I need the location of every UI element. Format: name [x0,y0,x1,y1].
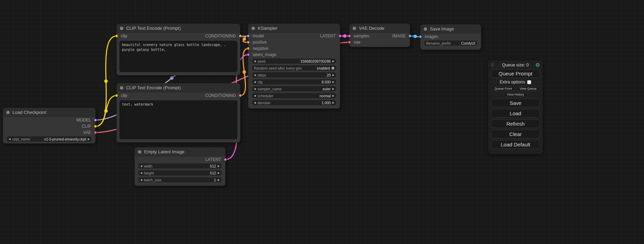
random-seed-toggle-widget[interactable]: Random seed after every gen enabled [252,65,336,71]
clip-input-dot[interactable] [115,94,118,97]
collapse-dot-icon[interactable] [252,27,255,30]
height-widget[interactable]: ◀ height 512 ▶ [138,170,222,175]
drag-handle-icon[interactable]: ⠿ [491,63,494,67]
model-input-dot[interactable] [247,35,250,38]
latent-image-input-dot[interactable] [247,53,250,56]
conditioning-output-dot[interactable] [239,94,242,97]
batch-size-widget[interactable]: ◀ batch_size 1 ▶ [138,177,222,182]
conditioning-output-dot[interactable] [239,35,242,38]
queue-front-button[interactable]: Queue Front [491,86,515,91]
node-title: CLIP Text Encode (Prompt) [126,85,181,90]
images-input-dot[interactable] [419,35,422,38]
denoise-widget[interactable]: ◀ denoise 1.000 ▶ [252,100,336,105]
next-arrow-icon[interactable]: ▶ [88,138,90,140]
next-arrow-icon[interactable]: ▶ [333,94,334,97]
model-output-dot[interactable] [94,119,97,122]
link-midpoint-dot[interactable] [242,37,246,41]
prev-arrow-icon[interactable]: ◀ [254,94,256,97]
widget-name: sampler_name [257,87,281,91]
collapse-dot-icon[interactable] [120,86,123,90]
node-title-bar[interactable]: Save Image [421,25,481,34]
next-arrow-icon[interactable]: ▶ [333,74,334,76]
link-midpoint-dot[interactable] [170,76,174,80]
filename-prefix-widget[interactable]: filename_prefix ComfyUI [424,40,477,46]
width-widget[interactable]: ◀ width 512 ▶ [138,163,222,169]
save-button[interactable]: Save [491,99,540,107]
prev-arrow-icon[interactable]: ◀ [254,101,256,104]
node-graph-canvas[interactable]: Load Checkpoint MODEL CLIP VAE ◀ ckpt_na… [0,0,644,244]
clear-button[interactable]: Clear [491,130,540,138]
node-empty-latent-image[interactable]: Empty Latent Image LATENT ◀ width 512 ▶ … [134,147,226,186]
link-midpoint-dot[interactable] [343,34,346,38]
load-button[interactable]: Load [491,109,540,118]
widget-value: 1.000 [321,101,330,105]
extra-options-checkbox[interactable] [527,80,531,84]
node-title-bar[interactable]: Empty Latent Image [135,147,225,156]
node-load-checkpoint[interactable]: Load Checkpoint MODEL CLIP VAE ◀ ckpt_na… [3,108,96,144]
refresh-button[interactable]: Refresh [491,119,540,128]
scheduler-widget[interactable]: ◀ scheduler normal ▶ [252,93,336,98]
prev-arrow-icon[interactable]: ◀ [9,138,10,140]
next-arrow-icon[interactable]: ▶ [333,60,334,62]
latent-output-dot[interactable] [224,158,227,161]
prev-arrow-icon[interactable]: ◀ [254,81,256,83]
collapse-dot-icon[interactable] [353,27,356,30]
clip-input-dot[interactable] [115,35,118,38]
node-ksampler[interactable]: KSampler model LATENT positive negative … [248,24,340,109]
node-title-bar[interactable]: CLIP Text Encode (Prompt) [117,83,240,92]
menu-header: ⠿ Queue size: 0 ⚙ [491,62,540,67]
node-clip-text-encode-negative[interactable]: CLIP Text Encode (Prompt) clip CONDITION… [116,83,240,143]
prev-arrow-icon[interactable]: ◀ [140,179,142,181]
negative-prompt-textarea[interactable]: text, watermark [120,100,237,139]
queue-prompt-button[interactable]: Queue Prompt [491,69,540,78]
vae-input-dot[interactable] [348,41,351,44]
link-midpoint-dot[interactable] [104,80,108,83]
steps-widget[interactable]: ◀ steps 20 ▶ [252,72,336,78]
collapse-dot-icon[interactable] [120,27,123,30]
vae-output-dot[interactable] [94,131,97,134]
image-output-dot[interactable] [408,35,412,38]
node-title-bar[interactable]: CLIP Text Encode (Prompt) [117,24,240,33]
node-title: VAE Decode [359,26,384,31]
prev-arrow-icon[interactable]: ◀ [140,165,142,167]
next-arrow-icon[interactable]: ▶ [218,179,220,181]
next-arrow-icon[interactable]: ▶ [218,165,220,167]
positive-input-dot[interactable] [247,41,250,44]
collapse-dot-icon[interactable] [424,27,427,31]
settings-gear-icon[interactable]: ⚙ [536,62,540,67]
seed-widget[interactable]: ◀ seed 156680208700286 ▶ [252,58,336,64]
node-save-image[interactable]: Save Image images filename_prefix ComfyU… [420,24,481,50]
latent-output-dot[interactable] [338,35,342,38]
cfg-widget[interactable]: ◀ cfg 8.000 ▶ [252,79,336,84]
node-title-bar[interactable]: KSampler [248,24,340,33]
next-arrow-icon[interactable]: ▶ [333,81,334,83]
link-wire-clip[interactable] [96,36,117,126]
collapse-dot-icon[interactable] [138,150,141,154]
node-title-bar[interactable]: VAE Decode [350,24,410,33]
prev-arrow-icon[interactable]: ◀ [254,60,256,62]
view-history-button[interactable]: View History [504,92,527,97]
clip-output-dot[interactable] [94,125,97,128]
next-arrow-icon[interactable]: ▶ [218,172,220,174]
view-queue-button[interactable]: View Queue [517,86,540,91]
samples-input-dot[interactable] [348,35,351,38]
next-arrow-icon[interactable]: ▶ [333,101,334,104]
node-clip-text-encode-positive[interactable]: CLIP Text Encode (Prompt) clip CONDITION… [116,24,240,75]
prev-arrow-icon[interactable]: ◀ [140,172,142,174]
next-arrow-icon[interactable]: ▶ [333,88,334,90]
negative-input-dot[interactable] [247,47,250,50]
prev-arrow-icon[interactable]: ◀ [254,88,256,90]
node-vae-decode[interactable]: VAE Decode samples IMAGE vae [349,24,410,47]
prev-arrow-icon[interactable]: ◀ [254,74,256,76]
node-title-bar[interactable]: Load Checkpoint [3,108,95,117]
link-wire-clip[interactable] [96,96,117,126]
link-midpoint-dot[interactable] [414,35,417,38]
link-midpoint-dot[interactable] [242,70,246,74]
collapse-dot-icon[interactable] [6,111,10,114]
link-midpoint-dot[interactable] [104,109,108,113]
load-default-button[interactable]: Load Default [491,140,540,149]
ckpt-name-widget[interactable]: ◀ ckpt_name v1-5-pruned-emaonly.ckpt ▶ [7,136,92,142]
positive-prompt-textarea[interactable]: beautiful scenery nature glass bottle la… [120,41,237,72]
toggle-indicator-icon[interactable] [332,67,334,70]
sampler-name-widget[interactable]: ◀ sampler_name euler ▶ [252,86,336,91]
